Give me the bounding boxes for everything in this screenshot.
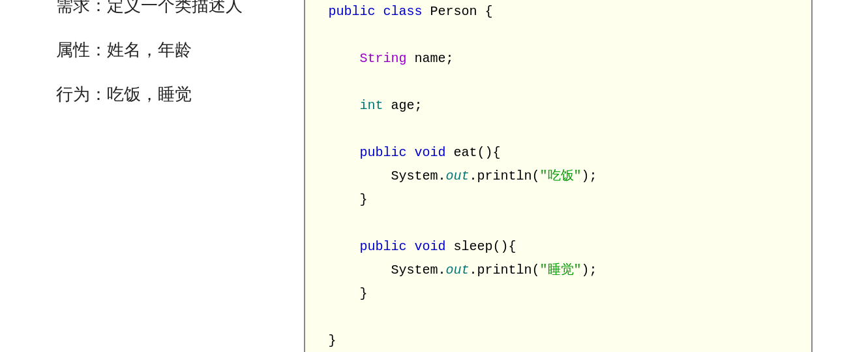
code-sleep-body: System.out.println("睡觉"); (329, 259, 788, 282)
eat-method-name: eat(){ (446, 145, 501, 160)
code-string-field: String name; (329, 47, 788, 71)
code-class-line: public class Person { (329, 0, 788, 24)
attributes-text: 属性：姓名，年龄 (56, 40, 192, 59)
sleep-string: "睡觉" (540, 263, 582, 278)
code-empty-4 (329, 212, 788, 235)
code-eat-close: } (329, 188, 788, 212)
class-kw: class (383, 4, 423, 19)
sleep-void-kw: void (415, 239, 446, 254)
public-kw: public (329, 4, 376, 19)
requirement-item: 需求：定义一个类描述人 (56, 0, 265, 17)
code-class-close: } (329, 329, 788, 353)
code-eat-body: System.out.println("吃饭"); (329, 165, 788, 188)
code-sleep-sig: public void sleep(){ (329, 235, 788, 259)
code-int-field: int age; (329, 94, 788, 118)
name-field: name; (407, 51, 454, 66)
age-field: age; (383, 98, 423, 113)
code-empty-2 (329, 71, 788, 94)
sleep-method-name: sleep(){ (446, 239, 516, 254)
code-sleep-close: } (329, 282, 788, 306)
class-name: Person { (430, 4, 493, 19)
code-empty-5 (329, 306, 788, 329)
sleep-out-kw: out (446, 263, 470, 278)
eat-string: "吃饭" (540, 168, 582, 184)
behaviors-item: 行为：吃饭，睡觉 (56, 82, 265, 106)
code-empty-3 (329, 118, 788, 141)
eat-out-kw: out (446, 168, 470, 184)
attributes-item: 属性：姓名，年龄 (56, 38, 265, 61)
behaviors-text: 行为：吃饭，睡觉 (56, 84, 192, 104)
sleep-public-kw: public (360, 239, 407, 254)
int-type-kw: int (360, 98, 383, 113)
code-empty-1 (329, 24, 788, 47)
eat-public-kw: public (360, 145, 407, 160)
main-container: 需求：定义一个类描述人 属性：姓名，年龄 行为：吃饭，睡觉 public cla… (43, 0, 826, 352)
string-type-kw: String (360, 51, 407, 66)
code-panel: public class Person { String name; int a… (304, 0, 813, 352)
code-eat-sig: public void eat(){ (329, 141, 788, 165)
eat-void-kw: void (415, 145, 446, 160)
description-panel: 需求：定义一个类描述人 属性：姓名，年龄 行为：吃饭，睡觉 (56, 0, 265, 106)
requirement-text: 需求：定义一个类描述人 (56, 0, 243, 15)
